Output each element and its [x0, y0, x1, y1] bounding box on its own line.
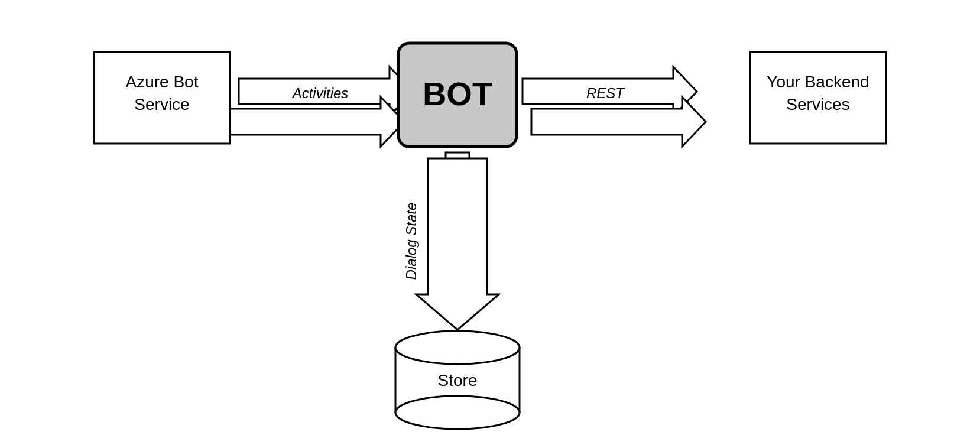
diagram-svg: Store Azure Bot Service BOT Your Backend…	[76, 17, 904, 418]
store-label: Store	[438, 371, 478, 389]
backend-label-1: Your Backend	[767, 73, 869, 91]
azure-label-2: Service	[134, 95, 189, 113]
vertical-arrow-down	[416, 158, 499, 330]
rest-label: REST	[586, 85, 625, 101]
svg-marker-5	[416, 158, 499, 330]
diagram-container: Store Azure Bot Service BOT Your Backend…	[76, 17, 904, 418]
azure-label-1: Azure Bot	[126, 73, 199, 91]
svg-point-7	[395, 396, 520, 429]
svg-point-8	[395, 331, 520, 364]
dialog-state-label: Dialog State	[403, 203, 419, 280]
bot-label: BOT	[423, 75, 492, 112]
backend-label-2: Services	[786, 95, 849, 113]
activities-label: Activities	[291, 85, 349, 101]
